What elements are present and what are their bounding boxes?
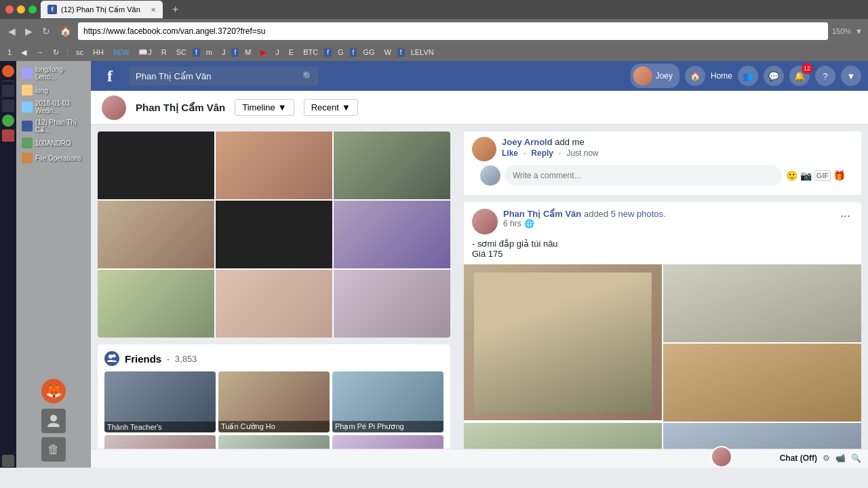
minimize-button[interactable]: [17, 5, 25, 14]
os-icon-3[interactable]: [2, 100, 14, 112]
bm-m2[interactable]: M: [241, 47, 254, 58]
bm-arrow2[interactable]: →: [33, 47, 47, 58]
fb-search-input[interactable]: [129, 66, 319, 85]
tab-close-button[interactable]: ✕: [151, 6, 156, 14]
new-tab-button[interactable]: +: [167, 1, 184, 18]
friend-card-2[interactable]: Tuấn Cường Ho: [218, 371, 330, 432]
bm-j2[interactable]: J: [218, 47, 229, 58]
desktop-item-4[interactable]: (12) Phan Thị Cẩ...: [20, 117, 87, 135]
camera-tool[interactable]: 📷: [800, 170, 812, 181]
trash-icon[interactable]: 🗑: [41, 437, 66, 462]
bm-g1[interactable]: G: [334, 47, 347, 58]
gif-tool[interactable]: GIF: [814, 170, 831, 181]
friend-card-4[interactable]: [104, 435, 216, 449]
photo-3[interactable]: [334, 131, 450, 199]
friend-card-5[interactable]: [218, 435, 330, 449]
bm-new[interactable]: NEW: [110, 47, 132, 58]
bm-gg[interactable]: GG: [359, 47, 378, 58]
post-author[interactable]: Phan Thị Cẩm Vân: [503, 209, 581, 219]
post-more-button[interactable]: ···: [837, 209, 853, 223]
home-button[interactable]: 🏠: [57, 24, 74, 38]
photo-4[interactable]: [98, 201, 214, 268]
fb-dropdown-button[interactable]: ▼: [841, 66, 861, 86]
bm-refresh[interactable]: ↻: [50, 47, 62, 58]
chat-video-icon[interactable]: 📹: [835, 453, 846, 463]
post-img-bottom-right[interactable]: [663, 344, 861, 422]
bm-e[interactable]: E: [285, 47, 297, 58]
bm-hh[interactable]: HH: [90, 47, 107, 58]
friend-card-3[interactable]: Phạm Pé Pi Phương: [332, 371, 443, 432]
comment-username[interactable]: Joey Arnold: [502, 137, 553, 147]
photo-grid-top: [98, 131, 450, 338]
os-icon-5[interactable]: [2, 129, 14, 142]
sticker-tool[interactable]: 🎁: [833, 170, 845, 181]
bm-fb4[interactable]: f: [350, 48, 357, 57]
os-icon-2[interactable]: [2, 85, 14, 97]
photo-1[interactable]: [98, 131, 214, 199]
fb-home-button[interactable]: 🏠: [685, 66, 705, 86]
photo-6[interactable]: [334, 201, 450, 268]
friend-card-1[interactable]: Thành Teacher's: [104, 371, 216, 432]
post-img-bottom-right-2[interactable]: [663, 423, 861, 449]
post-img-bottom-left[interactable]: [464, 423, 662, 449]
bm-m[interactable]: m: [203, 47, 216, 58]
photo-8[interactable]: [216, 270, 332, 338]
photo-5[interactable]: [216, 201, 332, 268]
back-button[interactable]: ◀: [5, 24, 18, 38]
desktop-item-2[interactable]: long: [20, 83, 87, 97]
forward-button[interactable]: ▶: [22, 24, 35, 38]
desktop-item-3[interactable]: 2018-01-03 Wedn...: [20, 98, 87, 116]
bm-1[interactable]: 1: [4, 47, 15, 58]
bm-j3[interactable]: J: [272, 47, 283, 58]
maximize-button[interactable]: [28, 5, 37, 14]
bm-j[interactable]: 📖J: [135, 47, 155, 58]
close-button[interactable]: [5, 5, 14, 14]
post-img-top-right[interactable]: [663, 264, 861, 342]
reply-link[interactable]: Reply: [531, 148, 553, 158]
refresh-button[interactable]: ↻: [39, 24, 53, 38]
comment-tools: 🙂 📷 GIF 🎁: [786, 170, 845, 181]
os-icon-1[interactable]: [2, 65, 14, 77]
facebook-page: f 🔍 Joey 🏠 Home 👥 💬: [91, 61, 868, 468]
os-icon-4[interactable]: [2, 115, 14, 127]
fb-user-pill[interactable]: Joey: [631, 64, 679, 88]
emoji-tool[interactable]: 🙂: [786, 170, 797, 181]
bm-lelvn[interactable]: LELVN: [408, 47, 437, 58]
notifications-badge: 12: [802, 63, 812, 74]
like-link[interactable]: Like: [502, 148, 518, 158]
bm-arrow1[interactable]: ◀: [18, 47, 30, 58]
fb-messenger-button[interactable]: 💬: [764, 66, 784, 86]
timeline-button[interactable]: Timeline ▼: [235, 99, 294, 116]
bm-fb2[interactable]: f: [231, 48, 239, 57]
bm-fb3[interactable]: f: [324, 48, 332, 57]
post-photo-count[interactable]: 5 new photos.: [611, 209, 666, 219]
chat-gear-icon[interactable]: ⚙: [823, 453, 830, 463]
bm-btc[interactable]: BTC: [300, 47, 321, 58]
bm-sc[interactable]: sc: [73, 47, 87, 58]
photo-9[interactable]: [334, 270, 450, 338]
bm-fb1[interactable]: f: [193, 48, 200, 57]
photo-2[interactable]: [216, 131, 332, 199]
firefox-icon[interactable]: 🦊: [41, 379, 66, 403]
bm-w[interactable]: W: [380, 47, 394, 58]
os-icon-bottom[interactable]: [2, 455, 14, 467]
friend-card-6[interactable]: [332, 435, 443, 449]
post-img-main[interactable]: [464, 264, 662, 420]
fb-help-button[interactable]: ?: [815, 66, 835, 86]
chat-search-icon[interactable]: 🔍: [851, 453, 861, 463]
bm-yt[interactable]: ▶: [257, 47, 269, 58]
desktop-item-1[interactable]: long/long-Leno...: [20, 64, 87, 82]
desktop-item-5[interactable]: 100ANDRO: [20, 136, 87, 150]
photo-7[interactable]: [98, 270, 214, 338]
recent-button[interactable]: Recent ▼: [304, 99, 358, 116]
browser-tab[interactable]: f (12) Phan Thị Cẩm Vân ✕: [41, 1, 163, 18]
fb-notifications-button[interactable]: 🔔 12: [789, 66, 810, 86]
comment-input[interactable]: [505, 165, 782, 186]
desktop-item-6[interactable]: File Operations: [20, 151, 87, 165]
fb-friends-button[interactable]: 👥: [738, 66, 758, 86]
bm-r[interactable]: R: [158, 47, 170, 58]
profile-name: Phan Thị Cẩm Vân: [136, 102, 225, 114]
bm-fb5[interactable]: f: [397, 48, 405, 57]
url-input[interactable]: [78, 22, 828, 40]
bm-sc2[interactable]: SC: [173, 47, 190, 58]
